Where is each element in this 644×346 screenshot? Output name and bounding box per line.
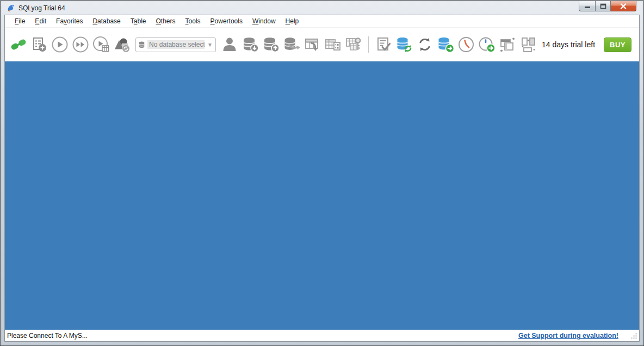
client-area: File Edit Favorites Database Table Other… <box>4 15 640 342</box>
menubar: File Edit Favorites Database Table Other… <box>5 15 639 28</box>
execute-all-queries-button[interactable] <box>71 35 90 54</box>
query-profiler-icon <box>113 35 131 54</box>
relationship-view-button[interactable] <box>344 35 363 54</box>
user-manager-button[interactable] <box>220 35 239 54</box>
connect-icon <box>9 35 28 54</box>
menu-table[interactable]: Table <box>126 16 151 27</box>
export-database-button[interactable] <box>262 35 280 54</box>
window-title: SQLyog Trial 64 <box>18 4 65 12</box>
history-button[interactable] <box>457 35 475 54</box>
titlebar[interactable]: SQLyog Trial 64 <box>4 1 640 15</box>
database-sync-icon <box>395 35 413 54</box>
tile-windows-button[interactable] <box>519 35 537 54</box>
copy-database-icon <box>282 35 301 54</box>
database-icon <box>139 41 145 49</box>
menu-powertools[interactable]: Powertools <box>206 16 247 27</box>
tile-windows-icon <box>519 35 537 54</box>
resize-grip[interactable] <box>630 332 637 339</box>
close-icon <box>620 3 627 9</box>
menu-window[interactable]: Window <box>247 16 281 27</box>
execute-current-query-icon <box>92 35 110 54</box>
new-connection-button[interactable] <box>30 35 48 54</box>
import-database-button[interactable] <box>241 35 259 54</box>
query-builder-icon <box>374 35 393 54</box>
database-sync-button[interactable] <box>395 35 413 54</box>
database-dropdown[interactable]: No database selected ▼ <box>135 37 216 52</box>
history-clock-icon <box>457 35 475 54</box>
status-message: Please Connect To A MyS... <box>7 332 88 339</box>
menu-tools[interactable]: Tools <box>181 16 206 27</box>
cascade-windows-button[interactable] <box>498 35 517 54</box>
table-maker-icon <box>324 35 342 54</box>
user-manager-icon <box>220 35 239 54</box>
new-connection-icon <box>30 35 48 54</box>
table-maker-button[interactable] <box>324 35 342 54</box>
cascade-windows-icon <box>498 35 517 54</box>
menu-edit[interactable]: Edit <box>30 16 51 27</box>
query-profiler-button[interactable] <box>113 35 131 54</box>
toolbar-separator <box>368 36 369 53</box>
refresh-button[interactable] <box>416 35 434 54</box>
menu-favorites[interactable]: Favorites <box>51 16 88 27</box>
schema-sync-icon <box>436 35 455 54</box>
execute-query-button[interactable] <box>51 35 69 54</box>
trial-days-label: 14 days trial left <box>542 40 595 49</box>
chevron-down-icon: ▼ <box>207 42 213 48</box>
menu-help[interactable]: Help <box>281 16 304 27</box>
execute-query-icon <box>51 35 69 54</box>
export-table-data-button[interactable] <box>303 35 321 54</box>
query-builder-button[interactable] <box>374 35 393 54</box>
connect-button[interactable] <box>9 35 28 54</box>
export-database-icon <box>262 35 280 54</box>
maximize-icon <box>600 3 606 9</box>
maximize-button[interactable] <box>595 1 611 11</box>
refresh-icon <box>416 35 434 54</box>
menu-file[interactable]: File <box>10 16 30 27</box>
minimize-icon <box>584 3 591 9</box>
menu-database[interactable]: Database <box>88 16 125 27</box>
support-link[interactable]: Get Support during evaluation! <box>518 332 618 339</box>
menu-others[interactable]: Others <box>151 16 181 27</box>
execute-all-queries-icon <box>71 35 90 54</box>
close-button[interactable] <box>611 1 636 11</box>
database-dropdown-value: No database selected <box>147 40 205 49</box>
window-controls <box>579 1 636 11</box>
job-scheduler-button[interactable] <box>478 35 496 54</box>
copy-database-button[interactable] <box>282 35 301 54</box>
buy-button[interactable]: BUY <box>604 37 631 52</box>
export-table-data-icon <box>303 35 321 54</box>
workspace-empty-area[interactable] <box>5 61 639 330</box>
statusbar: Please Connect To A MyS... Get Support d… <box>5 330 639 341</box>
app-window: SQLyog Trial 64 File Edit Favorites D <box>0 0 644 346</box>
job-scheduler-icon <box>478 35 496 54</box>
import-database-icon <box>241 35 259 54</box>
relationship-view-icon <box>344 35 363 54</box>
toolbar: No database selected ▼ <box>5 28 639 61</box>
sqlyog-dolphin-logo <box>7 4 15 12</box>
minimize-button[interactable] <box>579 1 595 11</box>
schema-sync-button[interactable] <box>436 35 455 54</box>
execute-current-query-button[interactable] <box>92 35 110 54</box>
